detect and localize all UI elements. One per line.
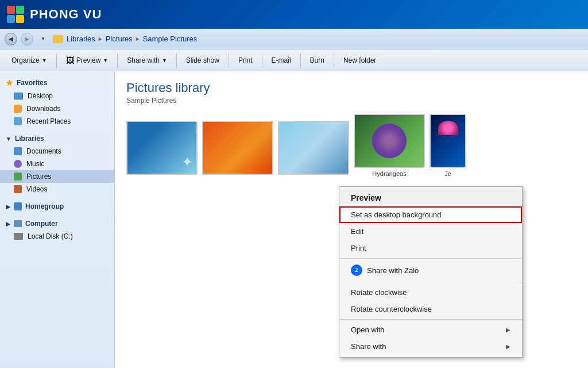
thumbnail-hydrangeas[interactable]: [354, 114, 425, 168]
thumbnail-jellyfish[interactable]: [430, 114, 466, 168]
desktop-icon: [14, 93, 23, 99]
computer-heading[interactable]: ▶ Computer: [0, 217, 114, 230]
ctx-item-print[interactable]: Print: [339, 240, 522, 256]
sidebar-item-documents-label: Documents: [26, 147, 61, 155]
slideshow-label: Slide show: [186, 56, 219, 64]
sidebar-item-music[interactable]: Music: [0, 158, 114, 170]
ctx-open-with-label: Open with: [351, 325, 385, 334]
thumb-hydrangeas-label: Hydrangeas: [372, 170, 406, 177]
toolbar: Organize ▼ 🖼 Preview ▼ Share with ▼ Slid…: [0, 49, 588, 71]
documents-icon: [14, 147, 22, 155]
homegroup-heading[interactable]: ▶ Homegroup: [0, 200, 114, 213]
ctx-separator-2: [339, 282, 522, 282]
ctx-item-rotate-cw[interactable]: Rotate clockwise: [339, 284, 522, 301]
ctx-item-share-zalo[interactable]: Z Share with Zalo: [339, 260, 522, 280]
share-with-arrow-icon: ▼: [162, 57, 167, 63]
homegroup-icon: [14, 202, 22, 210]
computer-icon: [14, 220, 22, 227]
thumb-item-hydrangeas: Hydrangeas: [354, 114, 425, 177]
preview-icon: 🖼: [66, 56, 74, 65]
computer-label: Computer: [25, 220, 58, 228]
organize-button[interactable]: Organize ▼: [6, 54, 53, 67]
ctx-item-preview[interactable]: Preview: [339, 189, 522, 206]
sidebar: ★ Favorites Desktop Downloads Recent Pla…: [0, 71, 115, 368]
breadcrumb-sample-pictures[interactable]: Sample Pictures: [143, 34, 198, 43]
toolbar-separator-4: [229, 53, 229, 67]
thumb-flowers-image: [355, 115, 424, 167]
libraries-section: ▼ Libraries Documents Music Pictures Vid…: [0, 132, 114, 195]
thumb-blue-image: [279, 122, 348, 174]
recent-locations-button[interactable]: ▼: [37, 33, 49, 45]
toolbar-separator-7: [334, 53, 334, 67]
favorites-heading[interactable]: ★ Favorites: [0, 76, 114, 90]
sidebar-item-videos[interactable]: Videos: [0, 183, 114, 195]
sidebar-item-downloads[interactable]: Downloads: [0, 102, 114, 115]
pictures-icon: [14, 172, 22, 181]
folder-icon: [53, 35, 63, 43]
favorites-section: ★ Favorites Desktop Downloads Recent Pla…: [0, 76, 114, 128]
sidebar-item-desktop-label: Desktop: [28, 92, 53, 100]
ctx-rotate-ccw-label: Rotate counterclockwise: [351, 305, 432, 313]
sidebar-item-videos-label: Videos: [26, 185, 47, 193]
ctx-set-background-label: Set as desktop background: [351, 210, 442, 219]
thumbnail-orange[interactable]: [202, 121, 273, 175]
downloads-icon: [14, 105, 22, 113]
ctx-item-open-with[interactable]: Open with: [339, 321, 522, 338]
sidebar-item-music-label: Music: [26, 160, 44, 168]
burn-label: Burn: [310, 56, 324, 64]
favorites-label: Favorites: [17, 79, 47, 87]
logo-bar: PHONG VU: [0, 0, 588, 29]
libraries-heading[interactable]: ▼ Libraries: [0, 132, 114, 145]
sidebar-item-pictures[interactable]: Pictures: [0, 170, 114, 183]
thumb-item-win7: [126, 121, 198, 177]
ctx-item-set-background[interactable]: Set as desktop background: [339, 206, 522, 223]
back-button[interactable]: ◀: [5, 33, 17, 45]
breadcrumb-libraries[interactable]: Libraries: [67, 34, 95, 43]
local-disk-icon: [14, 233, 23, 240]
homegroup-label: Homegroup: [25, 202, 64, 210]
thumb-orange-image: [203, 122, 272, 174]
new-folder-label: New folder: [343, 56, 376, 64]
sidebar-item-local-disk[interactable]: Local Disk (C:): [0, 230, 114, 243]
preview-arrow-icon: ▼: [103, 57, 108, 63]
ctx-item-edit[interactable]: Edit: [339, 223, 522, 240]
library-title: Pictures library: [126, 80, 577, 95]
breadcrumb-pictures[interactable]: Pictures: [106, 34, 133, 43]
print-label: Print: [238, 56, 253, 64]
logo-text: PHONG VU: [30, 7, 102, 22]
ctx-rotate-cw-label: Rotate clockwise: [351, 288, 407, 297]
thumbnails-row: Hydrangeas Je: [126, 114, 577, 177]
ctx-item-rotate-ccw[interactable]: Rotate counterclockwise: [339, 301, 522, 317]
new-folder-button[interactable]: New folder: [338, 54, 382, 67]
thumbnail-blue[interactable]: [278, 121, 349, 175]
breadcrumb-sep-2: ►: [135, 36, 141, 42]
toolbar-separator-1: [56, 53, 57, 67]
preview-button[interactable]: 🖼 Preview ▼: [60, 53, 114, 67]
sidebar-item-desktop[interactable]: Desktop: [0, 90, 114, 102]
zalo-icon: Z: [351, 264, 362, 276]
share-with-button[interactable]: Share with ▼: [121, 54, 173, 67]
sidebar-item-recent-places[interactable]: Recent Places: [0, 115, 114, 128]
thumbnail-win7[interactable]: [126, 121, 198, 175]
thumb-item-orange: [202, 121, 273, 177]
computer-expand-icon: ▶: [6, 221, 10, 227]
content-area: Pictures library Sample Pictures: [115, 71, 588, 368]
toolbar-separator-2: [117, 53, 118, 67]
sidebar-item-recent-label: Recent Places: [26, 117, 71, 125]
favorites-star-icon: ★: [6, 78, 13, 87]
recent-places-icon: [14, 117, 22, 125]
ctx-item-share-with[interactable]: Share with: [339, 338, 522, 355]
sidebar-item-documents[interactable]: Documents: [0, 145, 114, 158]
burn-button[interactable]: Burn: [304, 54, 330, 67]
organize-label: Organize: [11, 56, 40, 64]
homegroup-expand-icon: ▶: [6, 204, 10, 210]
print-button[interactable]: Print: [233, 54, 258, 67]
homegroup-section: ▶ Homegroup: [0, 200, 114, 213]
forward-button[interactable]: ▶: [21, 33, 33, 45]
ctx-print-label: Print: [351, 244, 366, 252]
toolbar-separator-5: [262, 53, 262, 67]
email-button[interactable]: E-mail: [266, 54, 297, 67]
slideshow-button[interactable]: Slide show: [180, 54, 225, 67]
videos-icon: [14, 185, 22, 193]
thumb-win7-image: [127, 122, 196, 174]
